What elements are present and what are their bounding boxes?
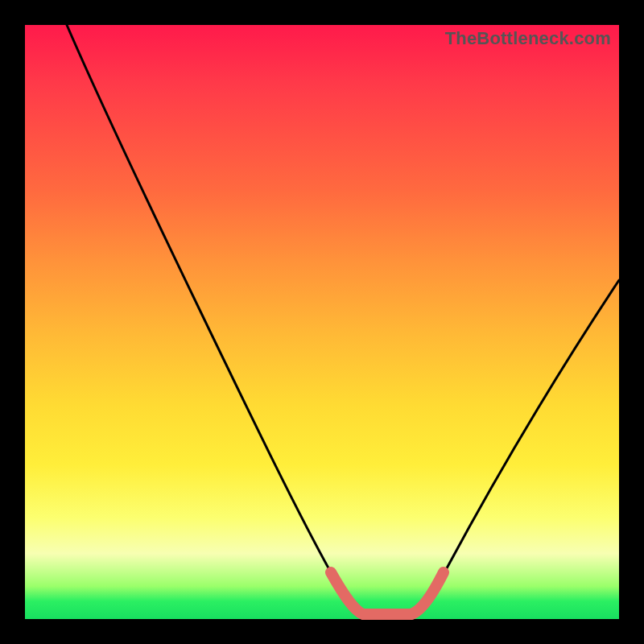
chart-frame: TheBottleneck.com <box>0 0 644 644</box>
curve-layer <box>25 25 619 619</box>
red-valley-overlay <box>331 572 444 614</box>
black-curve <box>67 25 619 614</box>
plot-area: TheBottleneck.com <box>25 25 619 619</box>
